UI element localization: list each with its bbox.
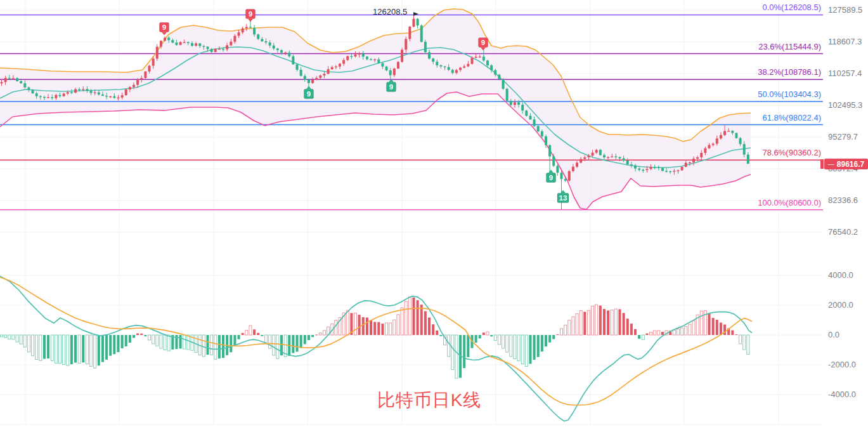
candle-body xyxy=(548,145,551,157)
axis-tick-label: 95279.7 xyxy=(828,132,858,142)
candle-body xyxy=(568,171,571,181)
macd-histogram-bar xyxy=(300,335,302,348)
macd-histogram-bar xyxy=(580,311,582,335)
candle-body xyxy=(354,55,357,56)
candle-body xyxy=(494,70,496,75)
macd-histogram-bar xyxy=(164,335,166,350)
macd-histogram-bar xyxy=(43,335,46,359)
candle-body xyxy=(63,94,65,96)
candle-body xyxy=(564,179,567,180)
macd-histogram-bar xyxy=(529,335,531,364)
macd-histogram-bar xyxy=(564,325,567,335)
candle-body xyxy=(599,150,602,155)
macd-histogram-bar xyxy=(689,324,691,335)
macd-histogram-bar xyxy=(273,335,275,355)
candle-body xyxy=(179,42,182,44)
candle-body xyxy=(121,95,124,98)
macd-histogram-bar xyxy=(494,335,496,341)
candle-body xyxy=(1,82,3,83)
macd-histogram-bar xyxy=(517,335,520,361)
macd-histogram-bar xyxy=(685,327,687,335)
candle-body xyxy=(339,64,341,67)
macd-histogram-bar xyxy=(599,306,602,335)
candle-body xyxy=(183,42,186,43)
candle-body xyxy=(175,43,178,45)
macd-histogram-bar xyxy=(47,335,49,358)
candle-body xyxy=(385,67,388,70)
macd-histogram-bar xyxy=(39,335,42,360)
candle-body xyxy=(67,92,69,93)
macd-histogram-bar xyxy=(401,308,403,335)
candle-body xyxy=(486,60,489,65)
candle-body xyxy=(623,159,625,161)
candle-body xyxy=(743,144,746,155)
candle-body xyxy=(319,76,321,78)
candle-body xyxy=(455,70,458,73)
last-price-value: 89616.7 xyxy=(837,160,864,169)
candle-body xyxy=(517,102,520,105)
last-price-badge: — 89616.7 xyxy=(824,159,868,169)
candle-body xyxy=(36,93,38,96)
macd-histogram-bar xyxy=(323,331,325,335)
macd-histogram-bar xyxy=(233,335,236,345)
candle-body xyxy=(444,67,446,67)
fib-level-label: 50.0%(103404.3) xyxy=(758,89,821,100)
candle-body xyxy=(467,64,469,67)
macd-histogram-bar xyxy=(393,320,396,335)
macd-histogram-bar xyxy=(587,310,590,335)
candle-body xyxy=(642,170,644,171)
candle-body xyxy=(47,97,49,98)
candle-body xyxy=(264,41,267,43)
macd-histogram-bar xyxy=(743,335,746,350)
macd-histogram-bar xyxy=(129,335,131,343)
axis-tick-label: 76540.2 xyxy=(828,227,858,237)
macd-histogram-bar xyxy=(121,335,124,348)
badge-count-text: 9 xyxy=(307,90,311,98)
macd-histogram-bar xyxy=(677,329,679,335)
candle-body xyxy=(654,167,656,168)
macd-histogram-bar xyxy=(381,324,384,335)
candle-body xyxy=(712,143,715,145)
candle-body xyxy=(269,43,271,46)
macd-histogram-bar xyxy=(144,335,146,336)
candle-body xyxy=(206,47,209,49)
candle-body xyxy=(645,169,648,170)
chart-title: 比特币日K线 xyxy=(377,388,482,412)
candle-body xyxy=(498,75,500,79)
macd-histogram-bar xyxy=(156,335,159,346)
candle-body xyxy=(681,167,683,170)
candle-body xyxy=(373,60,376,60)
macd-histogram-bar xyxy=(90,335,93,367)
candle-body xyxy=(261,39,263,41)
candle-body xyxy=(669,171,671,172)
candle-body xyxy=(160,41,162,46)
macd-histogram-bar xyxy=(731,331,734,335)
macd-histogram-bar xyxy=(603,309,606,335)
macd-histogram-bar xyxy=(661,332,664,335)
candle-body xyxy=(82,89,84,89)
macd-histogram-bar xyxy=(405,301,407,335)
macd-histogram-bar xyxy=(82,335,84,362)
macd-histogram-bar xyxy=(238,335,240,339)
macd-histogram-bar xyxy=(552,335,555,339)
candle-body xyxy=(20,81,22,83)
macd-histogram-bar xyxy=(319,333,321,335)
macd-histogram-bar xyxy=(362,317,365,335)
candle-body xyxy=(164,37,166,41)
candle-body xyxy=(242,29,244,32)
macd-histogram-bar xyxy=(105,335,108,360)
macd-histogram-bar xyxy=(311,335,314,337)
macd-histogram-bar xyxy=(276,335,279,358)
macd-histogram-bar xyxy=(27,335,30,352)
macd-histogram-bar xyxy=(183,335,186,349)
candlestick-chart-canvas[interactable]: 99999913 xyxy=(0,0,868,427)
candle-body xyxy=(420,25,423,42)
macd-histogram-bar xyxy=(692,320,695,335)
fib-level-label: 61.8%(98022.4) xyxy=(762,113,821,123)
candle-body xyxy=(284,53,287,53)
macd-histogram-bar xyxy=(74,335,77,363)
macd-histogram-bar xyxy=(63,335,65,365)
macd-histogram-bar xyxy=(448,335,450,357)
candle-body xyxy=(397,62,399,69)
macd-histogram-bar xyxy=(654,331,656,335)
